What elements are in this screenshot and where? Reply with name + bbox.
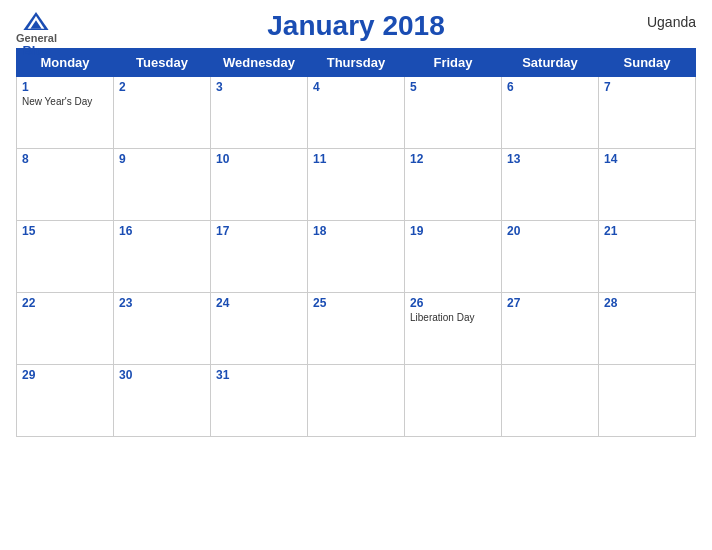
- logo-area: General Blue: [16, 10, 57, 57]
- country-label: Uganda: [647, 14, 696, 30]
- calendar-day-cell: 10: [211, 149, 308, 221]
- day-number: 3: [216, 80, 302, 94]
- day-number: 2: [119, 80, 205, 94]
- day-number: 4: [313, 80, 399, 94]
- day-number: 15: [22, 224, 108, 238]
- calendar-day-cell: 6: [502, 77, 599, 149]
- calendar-day-cell: 9: [114, 149, 211, 221]
- calendar-day-cell: 8: [17, 149, 114, 221]
- day-number: 27: [507, 296, 593, 310]
- calendar-day-cell: 24: [211, 293, 308, 365]
- calendar-day-cell: [599, 365, 696, 437]
- col-friday: Friday: [405, 49, 502, 77]
- calendar-day-cell: [405, 365, 502, 437]
- calendar-day-cell: 4: [308, 77, 405, 149]
- calendar-day-cell: 30: [114, 365, 211, 437]
- day-number: 18: [313, 224, 399, 238]
- calendar-body: 1New Year's Day2345678910111213141516171…: [17, 77, 696, 437]
- calendar-day-cell: 7: [599, 77, 696, 149]
- holiday-label: New Year's Day: [22, 96, 108, 107]
- day-number: 5: [410, 80, 496, 94]
- calendar-day-cell: [502, 365, 599, 437]
- day-number: 8: [22, 152, 108, 166]
- day-number: 28: [604, 296, 690, 310]
- day-number: 29: [22, 368, 108, 382]
- calendar-title: January 2018: [267, 10, 444, 42]
- day-number: 16: [119, 224, 205, 238]
- day-number: 11: [313, 152, 399, 166]
- col-thursday: Thursday: [308, 49, 405, 77]
- calendar-week-row: 15161718192021: [17, 221, 696, 293]
- calendar-day-cell: 18: [308, 221, 405, 293]
- calendar-day-cell: 21: [599, 221, 696, 293]
- logo-blue-text: Blue: [22, 44, 50, 57]
- calendar-week-row: 2223242526Liberation Day2728: [17, 293, 696, 365]
- day-number: 17: [216, 224, 302, 238]
- day-number: 25: [313, 296, 399, 310]
- day-number: 6: [507, 80, 593, 94]
- day-number: 1: [22, 80, 108, 94]
- day-number: 9: [119, 152, 205, 166]
- day-number: 31: [216, 368, 302, 382]
- day-number: 12: [410, 152, 496, 166]
- day-number: 23: [119, 296, 205, 310]
- calendar-week-row: 293031: [17, 365, 696, 437]
- calendar-thead: Monday Tuesday Wednesday Thursday Friday…: [17, 49, 696, 77]
- calendar-day-cell: 3: [211, 77, 308, 149]
- calendar-day-cell: 27: [502, 293, 599, 365]
- holiday-label: Liberation Day: [410, 312, 496, 323]
- calendar-day-cell: 2: [114, 77, 211, 149]
- day-number: 30: [119, 368, 205, 382]
- logo-icon: [22, 10, 50, 32]
- day-number: 13: [507, 152, 593, 166]
- day-number: 22: [22, 296, 108, 310]
- col-saturday: Saturday: [502, 49, 599, 77]
- day-number: 21: [604, 224, 690, 238]
- calendar-week-row: 1New Year's Day234567: [17, 77, 696, 149]
- day-number: 14: [604, 152, 690, 166]
- calendar-day-cell: 13: [502, 149, 599, 221]
- day-number: 24: [216, 296, 302, 310]
- calendar-day-cell: 19: [405, 221, 502, 293]
- calendar-day-cell: 12: [405, 149, 502, 221]
- col-tuesday: Tuesday: [114, 49, 211, 77]
- calendar-day-cell: 25: [308, 293, 405, 365]
- calendar-day-cell: 22: [17, 293, 114, 365]
- calendar-day-cell: 5: [405, 77, 502, 149]
- calendar-day-cell: 26Liberation Day: [405, 293, 502, 365]
- calendar-day-cell: [308, 365, 405, 437]
- calendar-day-cell: 1New Year's Day: [17, 77, 114, 149]
- col-sunday: Sunday: [599, 49, 696, 77]
- calendar-day-cell: 14: [599, 149, 696, 221]
- calendar-day-cell: 23: [114, 293, 211, 365]
- calendar-day-cell: 16: [114, 221, 211, 293]
- day-number: 20: [507, 224, 593, 238]
- day-number: 26: [410, 296, 496, 310]
- calendar-day-cell: 31: [211, 365, 308, 437]
- weekday-header-row: Monday Tuesday Wednesday Thursday Friday…: [17, 49, 696, 77]
- calendar-container: General Blue January 2018 Uganda Monday …: [0, 0, 712, 453]
- col-wednesday: Wednesday: [211, 49, 308, 77]
- calendar-week-row: 891011121314: [17, 149, 696, 221]
- calendar-day-cell: 15: [17, 221, 114, 293]
- calendar-day-cell: 11: [308, 149, 405, 221]
- day-number: 10: [216, 152, 302, 166]
- calendar-day-cell: 20: [502, 221, 599, 293]
- calendar-day-cell: 17: [211, 221, 308, 293]
- calendar-day-cell: 28: [599, 293, 696, 365]
- day-number: 19: [410, 224, 496, 238]
- calendar-table: Monday Tuesday Wednesday Thursday Friday…: [16, 48, 696, 437]
- calendar-header: General Blue January 2018 Uganda: [16, 10, 696, 42]
- calendar-day-cell: 29: [17, 365, 114, 437]
- day-number: 7: [604, 80, 690, 94]
